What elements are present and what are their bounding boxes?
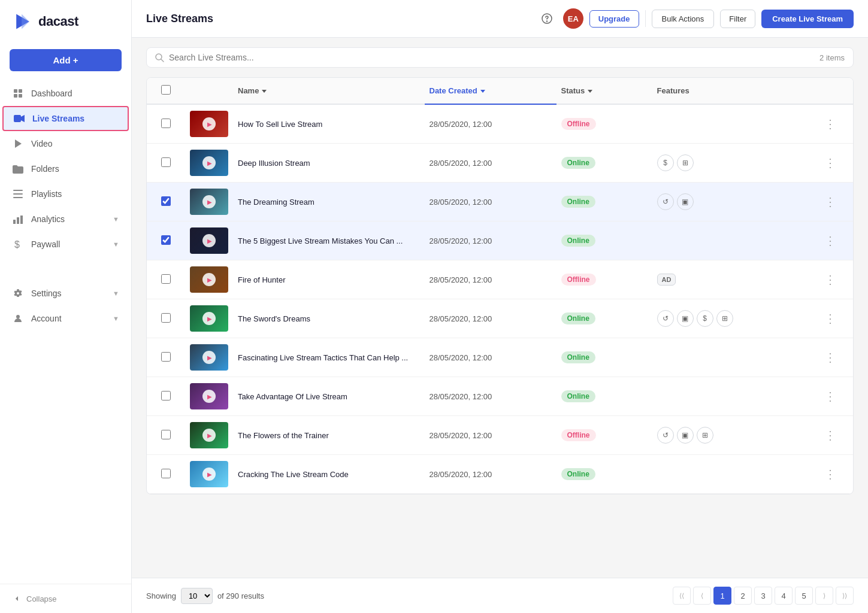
main-content: Live Streams EA Upgrade Bulk Actions Fil…: [132, 0, 868, 613]
table-row: ▶ Take Advantage Of Live Stream 28/05/20…: [147, 377, 853, 416]
row-more-button[interactable]: ⋮: [822, 272, 839, 287]
sidebar-item-playlists[interactable]: Playlists: [0, 181, 131, 207]
create-live-stream-button[interactable]: Create Live Stream: [761, 10, 854, 28]
page-1-button[interactable]: 1: [713, 587, 731, 605]
svg-rect-5: [19, 94, 22, 98]
row-checkbox[interactable]: [161, 430, 171, 439]
row-features: ⋮: [652, 111, 844, 137]
thumbnail[interactable]: ▶: [190, 461, 228, 487]
row-more-button[interactable]: ⋮: [822, 195, 839, 209]
add-button[interactable]: Add +: [10, 49, 122, 71]
play-icon: ▶: [207, 238, 212, 244]
row-checkbox[interactable]: [161, 235, 171, 245]
sort-icon: [261, 88, 267, 94]
thumbnail[interactable]: ▶: [190, 150, 228, 176]
thumbnail[interactable]: ▶: [190, 227, 228, 254]
prev-page-button[interactable]: ⟨: [693, 587, 711, 605]
select-all-checkbox[interactable]: [161, 85, 171, 95]
header-status[interactable]: Status: [557, 78, 652, 104]
thumbnail[interactable]: ▶: [190, 383, 228, 409]
row-thumbnail-cell: ▶: [185, 338, 233, 377]
sidebar-item-dashboard[interactable]: Dashboard: [0, 81, 131, 106]
svg-rect-4: [14, 94, 17, 98]
row-more-button[interactable]: ⋮: [822, 428, 839, 442]
last-page-button[interactable]: ⟩⟩: [836, 587, 854, 605]
row-checkbox[interactable]: [161, 313, 171, 323]
first-page-button[interactable]: ⟨⟨: [673, 587, 691, 605]
search-input[interactable]: [169, 53, 815, 62]
row-name[interactable]: The Sword's Dreams: [233, 308, 425, 329]
row-features: ↺▣$⊞ ⋮: [652, 304, 844, 333]
header-date-created[interactable]: Date Created: [425, 78, 557, 105]
row-more-button[interactable]: ⋮: [822, 233, 839, 248]
row-name[interactable]: How To Sell Live Stream: [233, 114, 425, 135]
row-more-button[interactable]: ⋮: [822, 117, 839, 131]
sidebar-item-settings[interactable]: Settings ▼: [0, 281, 131, 306]
sidebar-item-live-streams[interactable]: Live Streams: [2, 106, 129, 131]
thumbnail[interactable]: ▶: [190, 422, 228, 448]
row-features: ↺▣⊞ ⋮: [652, 421, 844, 450]
upgrade-button[interactable]: Upgrade: [589, 10, 639, 28]
sidebar-item-video[interactable]: Video: [0, 131, 131, 156]
row-checkbox[interactable]: [161, 119, 171, 128]
thumbnail[interactable]: ▶: [190, 305, 228, 332]
row-checkbox[interactable]: [161, 469, 171, 478]
row-status: Offline: [557, 268, 652, 292]
bulk-actions-button[interactable]: Bulk Actions: [652, 10, 715, 28]
table-row: ▶ The Sword's Dreams 28/05/2020, 12:00 O…: [147, 299, 853, 338]
row-more-button[interactable]: ⋮: [822, 156, 839, 170]
row-thumbnail-cell: ▶: [185, 221, 233, 260]
page-5-button[interactable]: 5: [795, 587, 813, 605]
per-page-select[interactable]: 10 25 50: [181, 588, 213, 604]
next-page-button[interactable]: ⟩: [815, 587, 833, 605]
row-checkbox[interactable]: [161, 391, 171, 400]
header-thumb-cell: [185, 85, 233, 97]
row-date: 28/05/2020, 12:00: [425, 308, 557, 329]
row-more-button[interactable]: ⋮: [822, 389, 839, 403]
row-name[interactable]: The 5 Biggest Live Stream Mistakes You C…: [233, 230, 425, 251]
sidebar-item-analytics[interactable]: Analytics ▼: [0, 207, 131, 232]
header-name[interactable]: Name: [233, 78, 425, 104]
row-more-button[interactable]: ⋮: [822, 311, 839, 326]
row-name[interactable]: The Flowers of the Trainer: [233, 425, 425, 446]
row-date: 28/05/2020, 12:00: [425, 153, 557, 174]
sidebar-item-account[interactable]: Account ▼: [0, 306, 131, 331]
sidebar-item-label: Folders: [31, 164, 59, 174]
row-name[interactable]: Cracking The Live Stream Code: [233, 464, 425, 485]
row-name[interactable]: Deep Illusion Stream: [233, 153, 425, 174]
thumbnail[interactable]: ▶: [190, 111, 228, 137]
thumbnail[interactable]: ▶: [190, 189, 228, 215]
row-more-button[interactable]: ⋮: [822, 350, 839, 365]
sidebar-item-paywall[interactable]: $ Paywall ▼: [0, 232, 131, 257]
row-checkbox-cell: [156, 229, 185, 253]
sidebar-item-folders[interactable]: Folders: [0, 156, 131, 181]
thumbnail[interactable]: ▶: [190, 344, 228, 371]
row-checkbox[interactable]: [161, 352, 171, 362]
row-checkbox[interactable]: [161, 196, 171, 206]
page-2-button[interactable]: 2: [734, 587, 752, 605]
page-4-button[interactable]: 4: [775, 587, 793, 605]
row-more-button[interactable]: ⋮: [822, 467, 839, 481]
svg-rect-14: [20, 216, 23, 224]
row-name[interactable]: Take Advantage Of Live Stream: [233, 386, 425, 407]
feature-copy-icon: ⊞: [716, 310, 733, 327]
feature-icons: AD: [657, 274, 676, 286]
row-name[interactable]: Fire of Hunter: [233, 269, 425, 290]
svg-marker-8: [15, 139, 22, 148]
showing-label: Showing: [146, 591, 176, 600]
page-3-button[interactable]: 3: [754, 587, 772, 605]
thumbnail[interactable]: ▶: [190, 266, 228, 293]
avatar: EA: [563, 8, 583, 29]
feature-dollar-icon: $: [697, 310, 713, 327]
row-checkbox[interactable]: [161, 274, 171, 284]
row-name[interactable]: Fascinating Live Stream Tactics That Can…: [233, 347, 425, 368]
row-name[interactable]: The Dreaming Stream: [233, 192, 425, 213]
help-button[interactable]: [537, 8, 557, 29]
sidebar-item-label: Analytics: [31, 214, 65, 224]
feature-camera-icon: ▣: [677, 193, 694, 210]
filter-button[interactable]: Filter: [720, 10, 755, 28]
row-status: Online: [557, 190, 652, 214]
svg-rect-12: [13, 220, 16, 224]
collapse-button[interactable]: Collapse: [12, 594, 119, 603]
row-checkbox[interactable]: [161, 157, 171, 167]
